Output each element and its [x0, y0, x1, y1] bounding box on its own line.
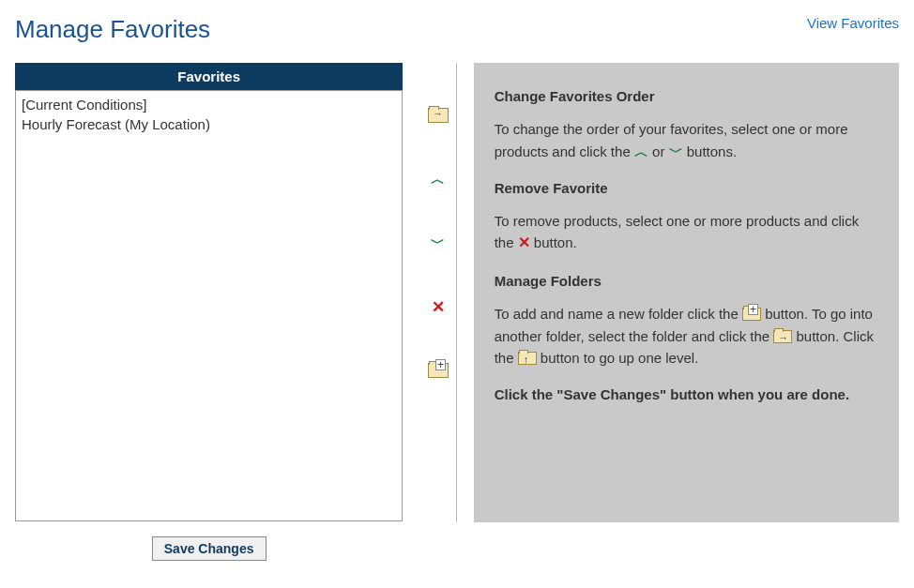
chevron-down-icon: ﹀: [431, 234, 445, 252]
view-favorites-link[interactable]: View Favorites: [807, 15, 899, 31]
remove-button[interactable]: ✕: [427, 297, 449, 316]
close-icon: ✕: [432, 297, 445, 317]
help-panel: Change Favorites Order To change the ord…: [474, 63, 899, 522]
chevron-down-icon: ﹀: [669, 143, 683, 159]
move-up-button[interactable]: ︿: [427, 170, 449, 188]
page-title: Manage Favorites: [15, 15, 210, 44]
save-changes-button[interactable]: Save Changes: [152, 536, 267, 561]
help-folders-text: To add and name a new folder click the b…: [495, 303, 878, 369]
favorites-panel: Favorites [Current Conditions] Hourly Fo…: [15, 63, 403, 561]
help-folders-title: Manage Folders: [495, 270, 878, 292]
folder-arrow-icon: [773, 330, 792, 343]
folder-up-icon: [518, 352, 537, 365]
help-save-note: Click the "Save Changes" button when you…: [495, 384, 878, 405]
help-remove-title: Remove Favorite: [495, 177, 878, 199]
help-order-text: To change the order of your favorites, s…: [495, 118, 878, 162]
favorites-panel-title: Favorites: [15, 63, 403, 90]
controls-column: ︿ ﹀ ✕: [419, 63, 456, 425]
add-folder-button[interactable]: [427, 361, 449, 380]
folder-arrow-icon: [428, 108, 449, 123]
chevron-up-icon: ︿: [634, 143, 648, 159]
list-item[interactable]: [Current Conditions]: [22, 95, 396, 114]
close-icon: ✕: [518, 234, 530, 250]
help-remove-text: To remove products, select one or more p…: [495, 210, 878, 255]
favorites-list[interactable]: [Current Conditions] Hourly Forecast (My…: [15, 90, 403, 521]
enter-folder-button[interactable]: [427, 106, 449, 125]
move-down-button[interactable]: ﹀: [427, 234, 449, 252]
list-item[interactable]: Hourly Forecast (My Location): [22, 114, 396, 134]
help-order-title: Change Favorites Order: [495, 85, 878, 107]
chevron-up-icon: ︿: [431, 171, 445, 188]
folder-plus-icon: [428, 363, 449, 378]
folder-plus-icon: [742, 308, 761, 321]
